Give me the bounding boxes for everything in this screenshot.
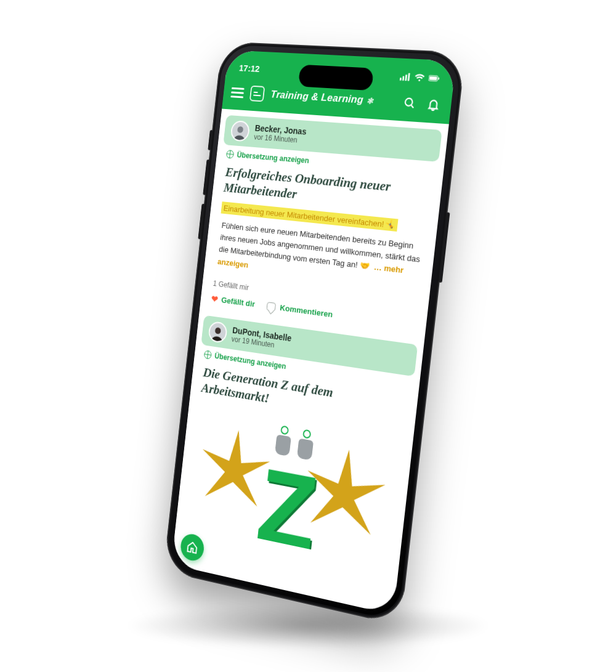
avatar[interactable] — [230, 120, 250, 142]
svg-rect-4 — [428, 75, 438, 81]
star-icon — [296, 442, 393, 551]
home-button[interactable] — [179, 532, 205, 562]
handshake-emoji: 🤝 — [359, 261, 370, 271]
svg-rect-3 — [408, 73, 410, 81]
svg-point-9 — [237, 126, 244, 133]
volume-up-button — [203, 160, 209, 195]
home-icon — [186, 540, 199, 555]
phone-frame: 17:12 Training & Learning ✻ — [163, 41, 466, 625]
volume-down-button — [198, 203, 205, 239]
like-button[interactable]: ❤ Gefällt dir — [211, 293, 256, 310]
post-card: Becker, Jonas vor 16 Minuten Übersetzung… — [205, 115, 442, 336]
letter-z-graphic: Z — [253, 451, 322, 566]
svg-rect-0 — [400, 77, 402, 80]
feed-icon — [249, 85, 265, 102]
floor-shadow — [129, 604, 487, 647]
battery-icon — [428, 73, 440, 83]
svg-point-7 — [405, 98, 413, 106]
feed[interactable]: Becker, Jonas vor 16 Minuten Übersetzung… — [176, 108, 449, 567]
post-image: Z — [181, 404, 407, 567]
cartwheel-emoji: 🤸 — [384, 219, 395, 230]
svg-rect-5 — [429, 76, 437, 79]
comment-icon — [266, 302, 276, 312]
svg-rect-6 — [438, 77, 439, 79]
status-time: 17:12 — [238, 62, 260, 73]
svg-rect-1 — [402, 76, 404, 80]
search-icon[interactable] — [402, 95, 417, 110]
globe-icon — [204, 350, 212, 359]
power-button — [439, 212, 450, 283]
comment-button[interactable]: Kommentieren — [266, 301, 333, 319]
page-title: Training & Learning — [270, 88, 364, 106]
phone-screen: 17:12 Training & Learning ✻ — [171, 50, 456, 615]
signal-icon — [400, 71, 411, 81]
status-indicators — [400, 71, 440, 83]
svg-line-8 — [411, 105, 414, 108]
avatar[interactable] — [208, 320, 228, 343]
settings-gear-icon[interactable]: ✻ — [367, 95, 374, 105]
dynamic-island — [298, 64, 374, 90]
menu-button[interactable] — [230, 87, 244, 98]
mute-switch — [208, 130, 213, 150]
post-card: DuPont, Isabelle vor 19 Minuten Übersetz… — [181, 315, 418, 566]
wifi-icon — [414, 72, 426, 81]
heart-icon: ❤ — [211, 293, 219, 305]
bell-icon[interactable] — [426, 97, 441, 111]
svg-rect-2 — [405, 74, 407, 80]
svg-point-10 — [215, 327, 221, 334]
globe-icon — [226, 150, 234, 159]
